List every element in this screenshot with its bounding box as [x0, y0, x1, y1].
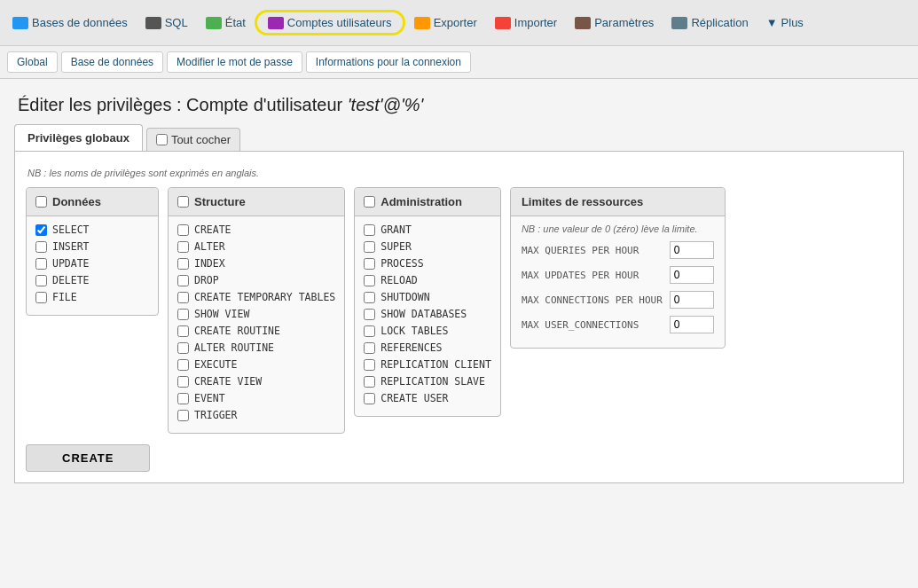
- list-item: TRIGGER: [177, 409, 335, 421]
- privilege-checkbox[interactable]: [364, 241, 375, 253]
- privilege-checkbox[interactable]: [35, 241, 47, 253]
- privilege-checkbox[interactable]: [177, 393, 189, 404]
- list-item: SHUTDOWN: [364, 291, 491, 303]
- note-text: NB : les noms de privilèges sont exprimé…: [26, 162, 892, 187]
- privilege-checkbox[interactable]: [364, 292, 375, 303]
- privilege-checkbox[interactable]: [177, 359, 189, 371]
- privilege-checkbox[interactable]: [35, 292, 47, 303]
- resource-row: MAX USER_CONNECTIONS: [522, 316, 714, 333]
- chevron-down-icon: ▼: [766, 16, 778, 29]
- privilege-checkbox[interactable]: [177, 224, 189, 236]
- list-item: FILE: [35, 291, 149, 303]
- administration-select-all[interactable]: [364, 196, 375, 208]
- panels-row: Données SELECTINSERTUPDATEDELETEFILE Str…: [26, 187, 892, 434]
- nav-item-sql[interactable]: SQL: [137, 11, 197, 35]
- tab-bar: Privilèges globaux Tout cocher: [14, 124, 904, 151]
- panel-structure-header: Structure: [169, 188, 344, 216]
- resource-input[interactable]: [670, 266, 714, 284]
- list-item: ALTER: [177, 240, 335, 253]
- list-item: SELECT: [35, 223, 149, 236]
- list-item: LOCK TABLES: [364, 325, 491, 337]
- sub-navigation: Global Base de données Modifier le mot d…: [0, 46, 918, 79]
- privilege-checkbox[interactable]: [35, 275, 47, 286]
- list-item: CREATE ROUTINE: [177, 325, 335, 337]
- privilege-checkbox[interactable]: [177, 342, 189, 354]
- privilege-checkbox[interactable]: [177, 292, 189, 303]
- db-icon: [12, 17, 28, 29]
- list-item: CREATE VIEW: [177, 375, 335, 388]
- content-area: Privilèges globaux Tout cocher NB : les …: [0, 124, 918, 498]
- tab-privileges-globaux[interactable]: Privilèges globaux: [14, 124, 143, 151]
- panel-administration-header: Administration: [355, 188, 500, 216]
- donnees-select-all[interactable]: [35, 196, 47, 208]
- list-item: REFERENCES: [364, 341, 491, 354]
- privilege-checkbox[interactable]: [364, 224, 375, 236]
- resource-input[interactable]: [670, 241, 714, 259]
- privilege-checkbox[interactable]: [364, 309, 375, 320]
- panel-structure: Structure CREATEALTERINDEXDROPCREATE TEM…: [168, 187, 345, 434]
- nav-item-etat[interactable]: État: [197, 11, 255, 35]
- privilege-checkbox[interactable]: [177, 376, 189, 388]
- privilege-checkbox[interactable]: [177, 309, 189, 320]
- privilege-checkbox[interactable]: [364, 258, 375, 270]
- list-item: ALTER ROUTINE: [177, 341, 335, 354]
- exp-icon: [414, 17, 430, 29]
- panel-donnees-body: SELECTINSERTUPDATEDELETEFILE: [27, 216, 158, 315]
- list-item: GRANT: [364, 223, 491, 236]
- subnav-info[interactable]: Informations pour la connexion: [306, 51, 471, 73]
- list-item: INDEX: [177, 257, 335, 270]
- nav-item-replication[interactable]: Réplication: [663, 11, 757, 35]
- list-item: CREATE USER: [364, 392, 491, 404]
- panel-administration: Administration GRANTSUPERPROCESSRELOADSH…: [354, 187, 501, 417]
- list-item: REPLICATION SLAVE: [364, 375, 491, 388]
- nav-item-exporter[interactable]: Exporter: [405, 11, 486, 35]
- list-item: DELETE: [35, 274, 149, 286]
- privilege-checkbox[interactable]: [364, 359, 375, 371]
- list-item: INSERT: [35, 240, 149, 253]
- privilege-checkbox[interactable]: [177, 275, 189, 286]
- list-item: CREATE: [177, 223, 335, 236]
- privilege-checkbox[interactable]: [364, 325, 375, 337]
- list-item: DROP: [177, 274, 335, 286]
- resource-input[interactable]: [670, 316, 714, 333]
- subnav-global[interactable]: Global: [7, 51, 58, 73]
- structure-select-all[interactable]: [177, 196, 189, 208]
- panel-structure-body: CREATEALTERINDEXDROPCREATE TEMPORARY TAB…: [169, 216, 344, 433]
- privilege-checkbox[interactable]: [364, 342, 375, 354]
- privilege-checkbox[interactable]: [177, 258, 189, 270]
- list-item: REPLICATION CLIENT: [364, 358, 491, 371]
- nav-item-parametres[interactable]: Paramètres: [566, 11, 663, 35]
- list-item: CREATE TEMPORARY TABLES: [177, 291, 335, 303]
- nav-item-comptes[interactable]: Comptes utilisateurs: [255, 10, 405, 35]
- rep-icon: [671, 17, 687, 29]
- subnav-bdd[interactable]: Base de données: [61, 51, 163, 73]
- nav-item-bases[interactable]: Bases de données: [4, 11, 137, 35]
- privilege-checkbox[interactable]: [364, 275, 375, 286]
- list-item: EVENT: [177, 392, 335, 404]
- privilege-checkbox[interactable]: [177, 325, 189, 337]
- list-item: SUPER: [364, 240, 491, 253]
- privilege-checkbox[interactable]: [35, 224, 47, 236]
- resource-input[interactable]: [670, 291, 714, 309]
- check-all-button[interactable]: Tout cocher: [146, 128, 240, 151]
- list-item: UPDATE: [35, 257, 149, 270]
- privilege-checkbox[interactable]: [177, 410, 189, 421]
- resource-row: MAX UPDATES PER HOUR: [522, 266, 714, 284]
- nav-item-importer[interactable]: Importer: [486, 11, 566, 35]
- privilege-checkbox[interactable]: [364, 393, 375, 404]
- privilege-checkbox[interactable]: [177, 241, 189, 253]
- privilege-checkbox[interactable]: [364, 376, 375, 388]
- resource-note: NB : une valeur de 0 (zéro) lève la limi…: [522, 223, 714, 234]
- panel-resources-body: NB : une valeur de 0 (zéro) lève la limi…: [511, 216, 725, 348]
- check-all-checkbox[interactable]: [156, 134, 168, 145]
- privilege-checkbox[interactable]: [35, 258, 47, 270]
- stat-icon: [206, 17, 222, 29]
- tab-content: NB : les noms de privilèges sont exprimé…: [14, 151, 904, 483]
- list-item: SHOW DATABASES: [364, 308, 491, 320]
- top-navigation: Bases de données SQL État Comptes utilis…: [0, 0, 918, 46]
- panel-donnees-header: Données: [27, 188, 158, 216]
- list-item: PROCESS: [364, 257, 491, 270]
- subnav-mdp[interactable]: Modifier le mot de passe: [167, 51, 302, 73]
- create-button[interactable]: CREATE: [26, 444, 150, 472]
- nav-item-plus[interactable]: ▼ Plus: [757, 11, 812, 35]
